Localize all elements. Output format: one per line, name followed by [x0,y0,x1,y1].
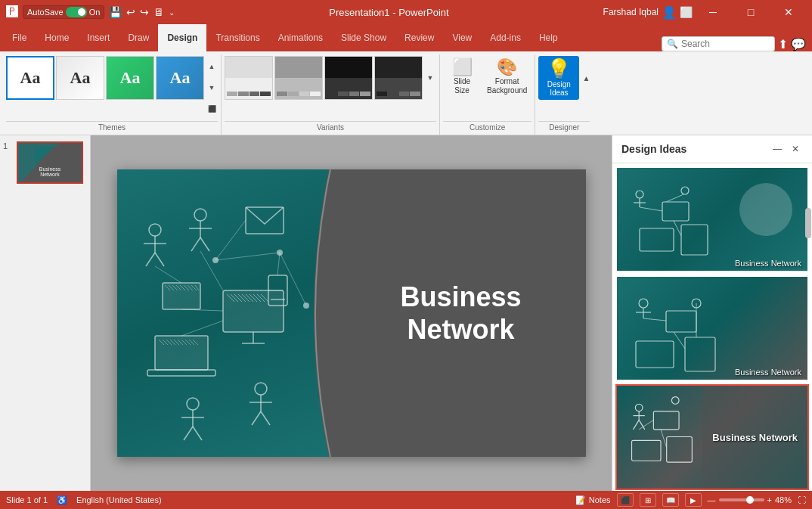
design-ideas-list: Business Network [612,163,812,491]
design-idea-item-2[interactable]: Business Network [615,275,809,381]
design-idea-item-3[interactable]: Business Network [615,384,809,490]
tab-draw[interactable]: Draw [119,24,158,51]
designer-collapse-icon[interactable]: ▲ [582,74,590,82]
tab-design[interactable]: Design [158,24,206,51]
zoom-bar[interactable]: — + 48% [708,495,792,504]
maximize-button[interactable]: □ [733,0,768,24]
slide-curve-separator [299,169,359,457]
svg-line-93 [633,420,639,430]
account-icon[interactable]: 👤 [662,5,677,20]
idea-3-title: Business Network [712,432,798,443]
design-ideas-icon: 💡 [547,59,571,79]
variant-scroll-down-icon[interactable]: ▼ [424,67,436,88]
variant-3[interactable] [324,56,373,100]
format-background-button[interactable]: 🎨 FormatBackground [482,56,532,98]
search-input[interactable] [681,39,757,49]
designer-label: Designer [538,121,590,135]
normal-view-button[interactable]: ⬛ [617,493,634,507]
variant-4[interactable] [374,56,423,100]
slide-title: Business Network [400,281,521,346]
variant-1[interactable] [225,56,273,100]
notes-label: Notes [589,495,611,504]
theme-scroll[interactable]: ▲ ▼ ⬛ [206,56,218,119]
notes-button[interactable]: 📝 Notes [575,495,611,505]
tab-slideshow[interactable]: Slide Show [332,24,395,51]
slide-number: 1 [3,141,14,151]
ribbon-display-icon[interactable]: ⬜ [680,6,693,18]
autosave-toggle[interactable] [66,7,87,17]
slide-thumb-1[interactable]: 1 BusinessNetwork [3,141,87,184]
autosave-badge[interactable]: AutoSave On [23,5,104,19]
design-panel-scrollbar[interactable] [804,163,812,491]
slide-canvas[interactable]: Business Network [117,169,586,457]
close-button[interactable]: ✕ [771,0,806,24]
theme-aa-3: Aa [120,68,141,88]
scroll-more-icon[interactable]: ⬛ [206,98,218,119]
language: English (United States) [76,495,162,504]
svg-line-67 [215,253,280,260]
variant-2[interactable] [274,56,323,100]
theme-swatch-4[interactable]: Aa [156,56,204,100]
svg-line-8 [191,237,200,251]
fit-window-icon[interactable]: ⛶ [798,495,806,504]
design-idea-item-1[interactable]: Business Network [615,166,809,272]
tab-home[interactable]: Home [36,24,78,51]
autosave-label: AutoSave [27,8,64,17]
scroll-up-icon[interactable]: ▲ [206,56,218,77]
tab-review[interactable]: Review [395,24,443,51]
minimize-button[interactable]: ─ [696,0,730,24]
tab-animations[interactable]: Animations [269,24,332,51]
zoom-percent: 48% [775,495,792,504]
themes-group: Aa Aa Aa Aa ▲ ▼ ⬛ Themes [3,54,222,135]
save-icon[interactable]: 💾 [109,6,122,18]
share-icon[interactable]: ⬆ [778,37,788,51]
slide-info: Slide 1 of 1 [6,495,48,504]
zoom-out-icon[interactable]: — [708,495,716,504]
slide-size-button[interactable]: ⬜ SlideSize [443,56,481,98]
slide-sorter-button[interactable]: ⊞ [640,493,656,507]
slide-thumbnail[interactable]: BusinessNetwork [17,141,83,184]
accessibility-icon[interactable]: ♿ [57,495,67,505]
undo-icon[interactable]: ↩ [126,6,135,18]
panel-close-button[interactable]: ✕ [788,141,803,157]
theme-swatch-2[interactable]: Aa [56,56,104,100]
svg-line-75 [666,194,683,202]
notes-icon: 📝 [575,495,586,505]
idea-1-circle [739,183,792,236]
idea-2-background: Business Network [617,277,807,380]
tab-insert[interactable]: Insert [78,24,119,51]
search-icon: 🔍 [667,39,678,49]
variants-group: ▼ Variants [222,54,440,135]
svg-point-58 [187,398,199,410]
ribbon-content: Aa Aa Aa Aa ▲ ▼ ⬛ Themes [0,51,812,135]
svg-rect-85 [636,341,674,368]
zoom-slider[interactable] [719,498,764,501]
svg-point-74 [681,187,689,194]
reading-view-button[interactable]: 📖 [662,493,679,507]
tab-help[interactable]: Help [530,24,567,51]
canvas-area[interactable]: Business Network [91,135,612,491]
scroll-down-icon[interactable]: ▼ [206,77,218,98]
comments-icon[interactable]: 💬 [791,37,806,51]
customize-qat-icon[interactable]: ⌄ [169,8,175,17]
redo-icon[interactable]: ↪ [140,6,149,18]
design-ideas-button[interactable]: 💡 DesignIdeas [538,56,579,100]
tab-view[interactable]: View [443,24,481,51]
theme-aa-4: Aa [170,68,191,88]
tab-file[interactable]: File [3,24,36,51]
presentation-icon[interactable]: 🖥 [153,6,164,18]
slideshow-button[interactable]: ▶ [685,493,702,507]
svg-point-53 [255,383,267,395]
tab-transitions[interactable]: Transitions [206,24,268,51]
theme-swatch-1[interactable]: Aa [6,56,54,100]
search-box[interactable]: 🔍 [662,36,775,51]
zoom-in-icon[interactable]: + [767,495,772,504]
design-panel-title: Design Ideas [621,143,686,155]
variant-scroll[interactable]: ▼ [424,56,436,100]
scrollbar-thumb[interactable] [805,208,811,238]
user-name: Farshad Iqbal [603,7,659,17]
theme-swatch-3[interactable]: Aa [106,56,154,100]
tab-addins[interactable]: Add-ins [481,24,530,51]
panel-minimize-button[interactable]: — [770,141,785,157]
svg-line-76 [640,207,662,211]
